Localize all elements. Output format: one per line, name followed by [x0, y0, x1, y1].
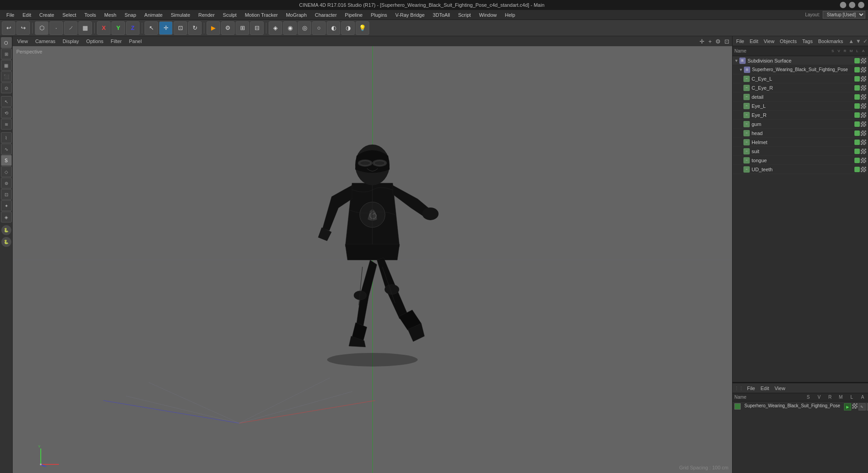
render-region-button[interactable]: ⊞: [236, 21, 249, 35]
close-button[interactable]: [858, 2, 864, 8]
viewport-menu-options[interactable]: Options: [84, 38, 105, 45]
viewport-menu-view[interactable]: View: [15, 38, 30, 45]
menu-simulate[interactable]: Simulate: [167, 11, 194, 19]
mode-polygons-button[interactable]: ▦: [78, 21, 92, 35]
left-mode-cam[interactable]: ◈: [1, 212, 12, 222]
left-mode-s[interactable]: S: [1, 155, 12, 166]
obj-menu-objects[interactable]: Objects: [778, 38, 798, 44]
menu-vray[interactable]: V-Ray Bridge: [392, 11, 429, 19]
obj-tongue[interactable]: ~ tongue: [733, 156, 868, 165]
left-mode-5[interactable]: ⊙: [1, 82, 12, 93]
viewport-menu-cameras[interactable]: Cameras: [34, 38, 58, 45]
menu-mesh[interactable]: Mesh: [101, 11, 120, 19]
obj-menu-tags[interactable]: Tags: [800, 38, 815, 44]
obj-c-eye-l[interactable]: ~ C_Eye_L: [733, 74, 868, 83]
menu-edit[interactable]: Edit: [19, 11, 35, 19]
obj-eye-r[interactable]: ~ Eye_R: [733, 111, 868, 120]
left-mode-4[interactable]: ⬛: [1, 71, 12, 82]
move-tool-button[interactable]: ✛: [159, 21, 173, 35]
menu-plugins[interactable]: Plugins: [367, 11, 391, 19]
menu-motion-tracker[interactable]: Motion Tracker: [241, 11, 281, 19]
select-tool-button[interactable]: ↖: [145, 21, 158, 35]
viewport-menu-display[interactable]: Display: [61, 38, 81, 45]
obj-ud-teeth[interactable]: ~ UD_teeth: [733, 165, 868, 174]
obj-head[interactable]: ~ head: [733, 129, 868, 138]
viewport-icon-zoom[interactable]: +: [708, 38, 712, 45]
material-item[interactable]: Superhero_Wearing_Black_Suit_Fighting_Po…: [733, 401, 868, 473]
obj-detail[interactable]: ~ detail: [733, 92, 868, 101]
layout-select[interactable]: Startup [Used]: [823, 11, 865, 19]
menu-window[interactable]: Window: [475, 11, 500, 19]
mat-vis-icon[interactable]: ▶: [844, 403, 851, 410]
left-mode-2[interactable]: ⊞: [1, 48, 12, 59]
obj-menu-edit[interactable]: Edit: [748, 38, 760, 44]
left-mode-1[interactable]: ⬡: [1, 37, 12, 48]
redo-button[interactable]: ↪: [16, 21, 30, 35]
menu-3dtoall[interactable]: 3DToAll: [429, 11, 453, 19]
left-python-2[interactable]: 🐍: [1, 237, 11, 247]
menu-render[interactable]: Render: [195, 11, 218, 19]
axis-y-button[interactable]: Y: [111, 21, 125, 35]
menu-sculpt[interactable]: Sculpt: [219, 11, 241, 19]
obj-helmet[interactable]: ~ Helmet: [733, 138, 868, 147]
obj-eye-l[interactable]: ~ Eye_L: [733, 101, 868, 111]
obj-subdivision-surface[interactable]: ▼ ⊞ Subdivision Surface: [733, 56, 868, 65]
menu-file[interactable]: File: [3, 11, 18, 19]
viewport-icon-settings[interactable]: ⚙: [715, 38, 721, 45]
menu-script[interactable]: Script: [454, 11, 474, 19]
light-object-button[interactable]: 💡: [356, 21, 369, 35]
axis-z-button[interactable]: Z: [126, 21, 140, 35]
menu-pipeline[interactable]: Pipeline: [341, 11, 366, 19]
mode-objects-button[interactable]: ⬡: [35, 21, 48, 35]
obj-menu-view[interactable]: View: [762, 38, 776, 44]
menu-help[interactable]: Help: [502, 11, 519, 19]
obj-suit[interactable]: ~ suit: [733, 147, 868, 156]
rotate-tool-button[interactable]: ↻: [188, 21, 202, 35]
left-mode-3[interactable]: ▦: [1, 60, 12, 71]
menu-tools[interactable]: Tools: [81, 11, 100, 19]
obj-menu-bookmarks[interactable]: Bookmarks: [816, 38, 845, 44]
viewport-icon-move[interactable]: ✛: [699, 38, 704, 45]
maximize-button[interactable]: [849, 2, 855, 8]
undo-button[interactable]: ↩: [2, 21, 15, 35]
mode-points-button[interactable]: ·: [49, 21, 63, 35]
mat-edit-icon[interactable]: ✎: [858, 403, 866, 410]
left-mode-line[interactable]: ⌇: [1, 132, 12, 143]
minimize-button[interactable]: [840, 2, 846, 8]
viewport-ssao-button[interactable]: ◑: [341, 21, 355, 35]
menu-select[interactable]: Select: [59, 11, 80, 19]
render-viewport-button[interactable]: ⊟: [250, 21, 264, 35]
left-mode-shape[interactable]: ◇: [1, 166, 12, 177]
viewport-menu-panel[interactable]: Panel: [127, 38, 144, 45]
left-python-1[interactable]: 🐍: [1, 225, 11, 235]
viewport-menu-filter[interactable]: Filter: [109, 38, 123, 45]
obj-superhero-root[interactable]: ▼ ⊞ Superhero_Wearing_Black_Suit_Fightin…: [733, 65, 868, 74]
menu-animate[interactable]: Animate: [141, 11, 166, 19]
render-settings-button[interactable]: ⚙: [221, 21, 235, 35]
obj-manager-icon-1[interactable]: ▲: [849, 38, 854, 44]
obj-menu-file[interactable]: File: [734, 38, 746, 44]
left-mode-6[interactable]: ↖: [1, 96, 12, 107]
obj-gum[interactable]: ~ gum: [733, 120, 868, 129]
menu-create[interactable]: Create: [36, 11, 58, 19]
obj-manager-checkmark[interactable]: ✓: [863, 38, 868, 44]
scale-tool-button[interactable]: ⊡: [174, 21, 187, 35]
left-mode-curve[interactable]: ∿: [1, 144, 12, 154]
menu-snap[interactable]: Snap: [121, 11, 140, 19]
viewport-icon-maximize[interactable]: ⊡: [724, 38, 729, 45]
viewport-shadow-button[interactable]: ◐: [327, 21, 340, 35]
axis-x-button[interactable]: X: [97, 21, 111, 35]
viewport[interactable]: Perspective: [13, 46, 732, 473]
left-mode-7[interactable]: ⟲: [1, 107, 12, 118]
left-mode-env[interactable]: ⊚: [1, 178, 12, 188]
menu-character[interactable]: Character: [311, 11, 340, 19]
left-mode-gen[interactable]: ⊡: [1, 189, 12, 200]
render-button[interactable]: ▶: [207, 21, 220, 35]
mat-menu-edit[interactable]: Edit: [759, 385, 771, 391]
obj-c-eye-r[interactable]: ~ C_Eye_R: [733, 83, 868, 92]
menu-mograph[interactable]: MoGraph: [282, 11, 310, 19]
viewport-texture-button[interactable]: ◎: [298, 21, 311, 35]
viewport-shading-button[interactable]: ◈: [269, 21, 282, 35]
viewport-wire-button[interactable]: ◉: [283, 21, 297, 35]
left-mode-fx[interactable]: ✦: [1, 200, 12, 211]
